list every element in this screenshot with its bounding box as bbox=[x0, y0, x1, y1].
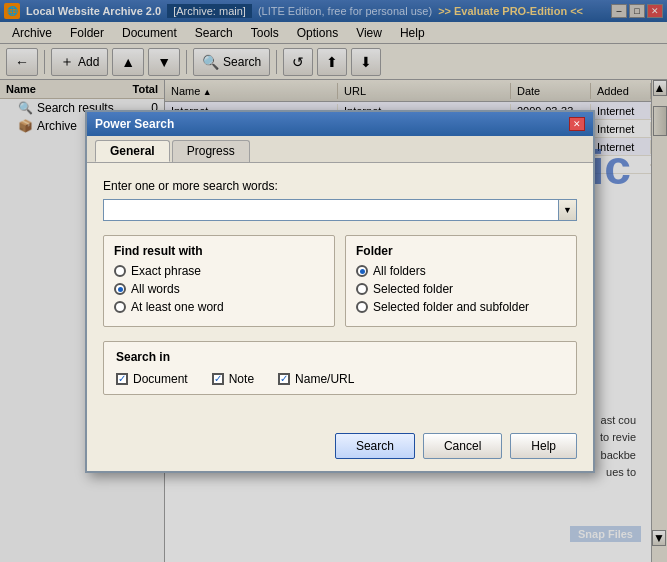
help-button[interactable]: Help bbox=[510, 433, 577, 459]
radio-selected-folder[interactable]: Selected folder bbox=[356, 282, 566, 296]
radio-atleast-label: At least one word bbox=[131, 300, 224, 314]
radio-selected-subfolder-label: Selected folder and subfolder bbox=[373, 300, 529, 314]
search-button[interactable]: Search bbox=[335, 433, 415, 459]
search-words-label: Enter one or more search words: bbox=[103, 179, 577, 193]
search-dropdown-arrow[interactable]: ▼ bbox=[559, 199, 577, 221]
checkbox-name-url-label: Name/URL bbox=[295, 372, 354, 386]
checkbox-note-box bbox=[212, 373, 224, 385]
dialog-buttons: Search Cancel Help bbox=[87, 425, 593, 471]
radio-exact-label: Exact phrase bbox=[131, 264, 201, 278]
checkbox-row: Document Note Name/URL bbox=[116, 372, 564, 386]
radio-all-folders-dot bbox=[356, 265, 368, 277]
radio-all-dot bbox=[114, 283, 126, 295]
checkbox-name-url-box bbox=[278, 373, 290, 385]
find-result-group: Find result with Exact phrase All words … bbox=[103, 235, 335, 327]
search-input[interactable] bbox=[103, 199, 559, 221]
radio-atleast-dot bbox=[114, 301, 126, 313]
radio-selected-subfolder[interactable]: Selected folder and subfolder bbox=[356, 300, 566, 314]
checkbox-note-label: Note bbox=[229, 372, 254, 386]
radio-all-words[interactable]: All words bbox=[114, 282, 324, 296]
search-in-title: Search in bbox=[116, 350, 564, 364]
dialog-titlebar: Power Search ✕ bbox=[87, 112, 593, 136]
tab-progress[interactable]: Progress bbox=[172, 140, 250, 162]
search-input-row: ▼ bbox=[103, 199, 577, 221]
find-result-title: Find result with bbox=[114, 244, 324, 258]
checkbox-document[interactable]: Document bbox=[116, 372, 188, 386]
checkbox-name-url[interactable]: Name/URL bbox=[278, 372, 354, 386]
cancel-button[interactable]: Cancel bbox=[423, 433, 502, 459]
options-row: Find result with Exact phrase All words … bbox=[103, 235, 577, 327]
radio-exact-phrase[interactable]: Exact phrase bbox=[114, 264, 324, 278]
power-search-dialog: Power Search ✕ General Progress Enter on… bbox=[85, 110, 595, 473]
checkbox-document-box bbox=[116, 373, 128, 385]
checkbox-document-label: Document bbox=[133, 372, 188, 386]
checkbox-note[interactable]: Note bbox=[212, 372, 254, 386]
dialog-close-button[interactable]: ✕ bbox=[569, 117, 585, 131]
radio-all-folders-label: All folders bbox=[373, 264, 426, 278]
radio-selected-folder-label: Selected folder bbox=[373, 282, 453, 296]
radio-selected-subfolder-dot bbox=[356, 301, 368, 313]
radio-exact-dot bbox=[114, 265, 126, 277]
dialog-title: Power Search bbox=[95, 117, 174, 131]
dialog-body: Enter one or more search words: ▼ Find r… bbox=[87, 163, 593, 425]
dialog-tabs: General Progress bbox=[87, 136, 593, 163]
tab-general[interactable]: General bbox=[95, 140, 170, 162]
folder-group: Folder All folders Selected folder Selec… bbox=[345, 235, 577, 327]
radio-selected-folder-dot bbox=[356, 283, 368, 295]
search-in-group: Search in Document Note Name/URL bbox=[103, 341, 577, 395]
folder-title: Folder bbox=[356, 244, 566, 258]
radio-all-folders[interactable]: All folders bbox=[356, 264, 566, 278]
radio-all-label: All words bbox=[131, 282, 180, 296]
radio-atleast-one[interactable]: At least one word bbox=[114, 300, 324, 314]
